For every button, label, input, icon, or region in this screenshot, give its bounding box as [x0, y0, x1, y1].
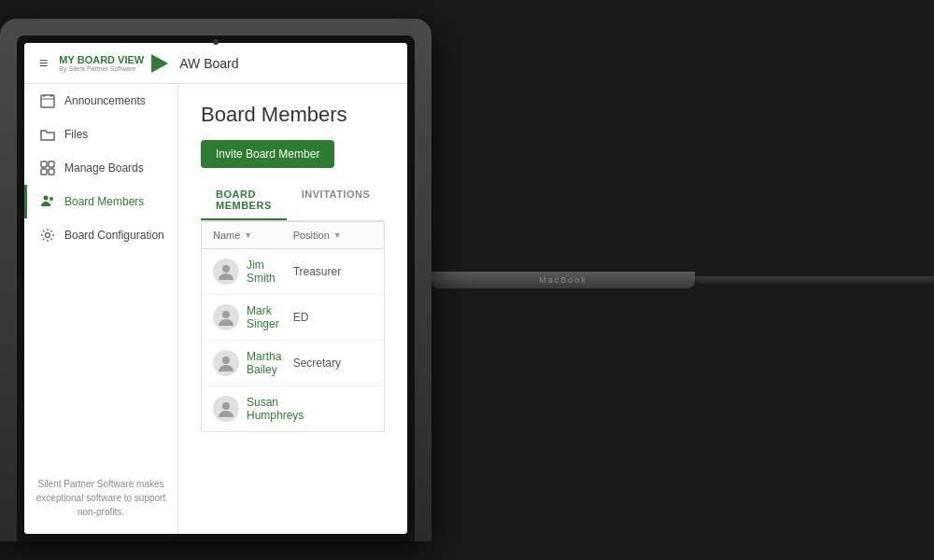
table-row[interactable]: Susan Humphreys — [202, 386, 384, 431]
svg-rect-4 — [41, 161, 47, 167]
sidebar-item-board-configuration[interactable]: Board Configuration — [24, 218, 177, 252]
position-column-header[interactable]: Position ▼ — [293, 230, 374, 241]
app-container: ≡ MY BOARD VIEW By Silent Partner Softwa… — [24, 43, 407, 534]
svg-point-8 — [44, 196, 49, 201]
row-name: Jim Smith — [213, 259, 293, 285]
logo-container: MY BOARD VIEW By Silent Partner Software — [59, 54, 168, 73]
laptop-base: MacBook — [432, 272, 694, 288]
member-name: Martha Bailey — [247, 350, 293, 376]
board-members-label: Board Members — [64, 195, 144, 208]
table-row[interactable]: Mark Singer ED — [202, 295, 384, 341]
board-configuration-label: Board Configuration — [64, 229, 164, 242]
people-icon — [40, 194, 55, 209]
avatar — [213, 304, 239, 330]
row-name: Mark Singer — [213, 304, 293, 330]
row-position: Treasurer — [293, 265, 374, 278]
calendar-icon — [40, 93, 55, 108]
hamburger-icon[interactable]: ≡ — [39, 55, 48, 72]
tabs-container: BOARD MEMBERS INVITATIONS — [201, 181, 385, 221]
files-label: Files — [64, 128, 88, 141]
svg-rect-7 — [49, 169, 54, 175]
row-position: Secretary — [293, 357, 374, 370]
logo-line1: MY BOARD VIEW — [59, 54, 144, 65]
svg-rect-5 — [49, 161, 54, 167]
sidebar: Announcements Files Manage — [24, 84, 178, 534]
logo-line2: By Silent Partner Software — [59, 65, 144, 72]
table-row[interactable]: Martha Bailey Secretary — [202, 341, 384, 386]
sidebar-item-announcements[interactable]: Announcements — [24, 84, 177, 118]
page-title: Board Members — [201, 103, 385, 127]
invite-board-member-button[interactable]: Invite Board Member — [201, 140, 334, 168]
laptop-bottom-bar — [695, 276, 934, 284]
sidebar-item-board-members[interactable]: Board Members — [24, 185, 177, 218]
tab-invitations[interactable]: INVITATIONS — [287, 181, 386, 220]
main-area: Announcements Files Manage — [24, 84, 407, 534]
position-filter-icon: ▼ — [333, 231, 342, 240]
row-name: Martha Bailey — [213, 350, 293, 376]
member-name: Jim Smith — [247, 259, 293, 285]
svg-point-10 — [46, 233, 50, 238]
folder-icon — [40, 127, 55, 142]
table-row[interactable]: Jim Smith Treasurer — [202, 249, 384, 295]
logo-arrow — [151, 54, 168, 73]
svg-point-13 — [222, 357, 230, 364]
table-header: Name ▼ Position ▼ — [202, 222, 384, 249]
board-name: AW Board — [179, 56, 238, 71]
header: ≡ MY BOARD VIEW By Silent Partner Softwa… — [24, 43, 407, 84]
logo-text-block: MY BOARD VIEW By Silent Partner Software — [59, 54, 144, 72]
svg-point-11 — [222, 265, 230, 273]
member-name: Susan Humphreys — [247, 396, 304, 422]
laptop-screen: ≡ MY BOARD VIEW By Silent Partner Softwa… — [24, 43, 407, 534]
avatar — [213, 259, 239, 285]
name-filter-icon: ▼ — [244, 231, 252, 240]
members-table: Name ▼ Position ▼ — [201, 221, 385, 432]
svg-point-9 — [50, 197, 53, 201]
content-area: Board Members Invite Board Member BOARD … — [178, 84, 407, 534]
avatar — [213, 350, 239, 376]
laptop-outer: ≡ MY BOARD VIEW By Silent Partner Softwa… — [0, 19, 432, 541]
macbook-label: MacBook — [539, 275, 587, 285]
avatar — [213, 396, 239, 422]
tab-board-members[interactable]: BOARD MEMBERS — [201, 181, 287, 220]
sidebar-item-files[interactable]: Files — [24, 118, 177, 151]
svg-rect-6 — [41, 169, 47, 175]
manage-boards-icon — [40, 161, 55, 175]
gear-icon — [40, 228, 55, 243]
announcements-label: Announcements — [64, 94, 146, 107]
svg-point-12 — [222, 311, 230, 318]
name-column-header[interactable]: Name ▼ — [213, 230, 293, 241]
member-name: Mark Singer — [247, 304, 293, 330]
sidebar-item-manage-boards[interactable]: Manage Boards — [24, 151, 177, 185]
svg-point-14 — [222, 402, 230, 410]
manage-boards-label: Manage Boards — [64, 161, 144, 175]
row-name: Susan Humphreys — [213, 396, 304, 422]
screen-bezel: ≡ MY BOARD VIEW By Silent Partner Softwa… — [17, 35, 415, 541]
svg-rect-0 — [41, 95, 54, 107]
camera-dot — [213, 39, 219, 45]
sidebar-footer: Silent Partner Software makes exceptiona… — [24, 462, 177, 534]
row-position: ED — [293, 311, 374, 324]
